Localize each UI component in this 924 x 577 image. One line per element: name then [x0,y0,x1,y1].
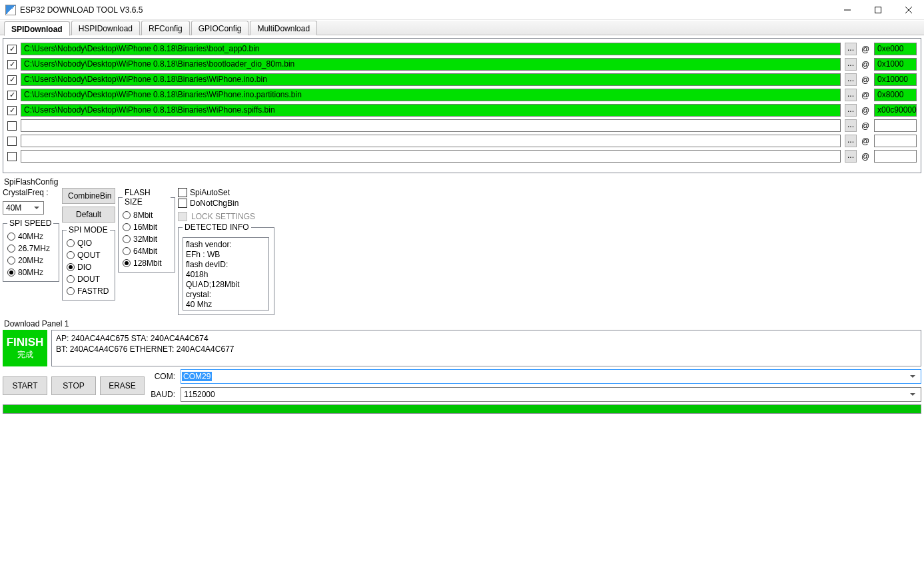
radio-dout[interactable]: DOUT [67,275,111,284]
radio-dot [67,275,75,283]
donotchg-checkbox[interactable] [178,199,187,208]
file-checkbox[interactable] [7,106,17,115]
radio-26-7mhz[interactable]: 26.7MHz [7,244,55,253]
radio-8mbit[interactable]: 8Mbit [123,211,171,220]
stop-button[interactable]: STOP [51,376,96,395]
title-bar: ESP32 DOWNLOAD TOOL V3.6.5 [0,0,924,20]
file-checkbox[interactable] [7,121,17,131]
radio-label: 26.7MHz [18,244,50,253]
file-list[interactable]: C:\Users\Nobody\Desktop\WiPhone 0.8.18\B… [3,39,921,173]
file-row: ...@ [7,150,917,163]
crystal-select[interactable]: 40M [3,201,44,215]
com-select[interactable]: COM29 [181,369,921,384]
browse-button[interactable]: ... [845,58,857,71]
radio-32mbit[interactable]: 32Mbit [123,235,171,244]
file-path-input[interactable]: C:\Users\Nobody\Desktop\WiPhone 0.8.18\B… [21,89,841,101]
detected-info-text[interactable]: flash vendor: EFh : WB flash devID: 4018… [183,237,269,310]
at-symbol: @ [861,75,870,85]
file-address-input[interactable]: 0x1000 [874,58,917,71]
tab-spidownload[interactable]: SPIDownload [4,21,70,36]
minimize-button[interactable] [832,0,863,20]
tab-hspidownload[interactable]: HSPIDownload [71,21,140,35]
browse-button[interactable]: ... [845,150,857,163]
file-path-input[interactable] [21,119,841,132]
file-checkbox[interactable] [7,152,17,161]
maximize-button[interactable] [863,0,893,20]
browse-button[interactable]: ... [845,89,857,101]
browse-button[interactable]: ... [845,135,857,147]
file-address-input[interactable] [874,119,917,132]
at-symbol: @ [861,106,870,115]
radio-qout[interactable]: QOUT [67,251,111,260]
file-row: C:\Users\Nobody\Desktop\WiPhone 0.8.18\B… [7,58,917,71]
tab-rfconfig[interactable]: RFConfig [141,21,190,35]
default-button[interactable]: Default [62,207,115,223]
file-path-input[interactable]: C:\Users\Nobody\Desktop\WiPhone 0.8.18\B… [21,43,841,55]
file-path-input[interactable]: C:\Users\Nobody\Desktop\WiPhone 0.8.18\B… [21,58,841,71]
file-address-input[interactable]: 0x8000 [874,89,917,101]
finish-indicator: FINISH 完成 [3,330,47,366]
browse-button[interactable]: ... [845,43,857,55]
file-path-input[interactable]: C:\Users\Nobody\Desktop\WiPhone 0.8.18\B… [21,73,841,86]
window-title: ESP32 DOWNLOAD TOOL V3.6.5 [20,5,832,15]
browse-button[interactable]: ... [845,73,857,86]
radio-80mhz[interactable]: 80MHz [7,268,55,277]
close-button[interactable] [893,0,924,20]
donotchg-row[interactable]: DoNotChgBin [178,199,274,208]
mac-info-box[interactable]: AP: 240AC4A4C675 STA: 240AC4A4C674 BT: 2… [51,330,921,366]
tab-multidownload[interactable]: MultiDownload [250,21,317,35]
donotchg-label: DoNotChgBin [190,199,238,208]
file-address-input[interactable]: x00c90000 [874,104,917,117]
detected-info-label: DETECTED INFO [183,223,251,232]
file-address-input[interactable] [874,150,917,163]
file-path-input[interactable] [21,150,841,163]
erase-button[interactable]: ERASE [100,376,145,395]
radio-label: DIO [77,263,91,272]
svg-rect-1 [875,7,881,13]
radio-label: FASTRD [77,287,109,296]
radio-qio[interactable]: QIO [67,239,111,248]
com-label: COM: [149,372,175,381]
spiautoset-row[interactable]: SpiAutoSet [178,188,274,197]
radio-16mbit[interactable]: 16Mbit [123,223,171,232]
radio-fastrd[interactable]: FASTRD [67,287,111,296]
baud-select[interactable]: 1152000 [181,387,921,402]
radio-64mbit[interactable]: 64Mbit [123,247,171,256]
radio-20mhz[interactable]: 20MHz [7,256,55,265]
file-checkbox[interactable] [7,60,17,69]
baud-label: BAUD: [149,390,175,399]
file-row: C:\Users\Nobody\Desktop\WiPhone 0.8.18\B… [7,43,917,55]
radio-dot [7,245,15,253]
file-address-input[interactable] [874,135,917,147]
file-path-input[interactable] [21,135,841,147]
baud-value: 1152000 [184,390,215,399]
at-symbol: @ [861,152,870,161]
radio-dot [67,263,75,271]
radio-40mhz[interactable]: 40MHz [7,232,55,241]
locksettings-row: LOCK SETTINGS [178,212,274,221]
radio-label: QIO [77,239,92,248]
tab-gpioconfig[interactable]: GPIOConfig [191,21,249,35]
progress-bar [3,404,921,414]
radio-dio[interactable]: DIO [67,263,111,272]
radio-label: QOUT [77,251,101,260]
file-checkbox[interactable] [7,137,17,146]
spi-speed-label: SPI SPEED [7,219,53,228]
file-checkbox[interactable] [7,75,17,85]
spiautoset-label: SpiAutoSet [190,188,230,197]
file-path-input[interactable]: C:\Users\Nobody\Desktop\WiPhone 0.8.18\B… [21,104,841,117]
browse-button[interactable]: ... [845,119,857,132]
spi-mode-label: SPI MODE [67,225,110,235]
browse-button[interactable]: ... [845,104,857,117]
spiautoset-checkbox[interactable] [178,188,187,197]
file-row: ...@ [7,119,917,132]
file-checkbox[interactable] [7,45,17,54]
file-address-input[interactable]: 0x10000 [874,73,917,86]
start-button[interactable]: START [3,376,47,395]
radio-128mbit[interactable]: 128Mbit [123,259,171,268]
combinebin-button[interactable]: CombineBin [62,188,115,204]
lock-checkbox [178,212,187,221]
file-checkbox[interactable] [7,91,17,100]
file-address-input[interactable]: 0xe000 [874,43,917,55]
at-symbol: @ [861,45,870,54]
